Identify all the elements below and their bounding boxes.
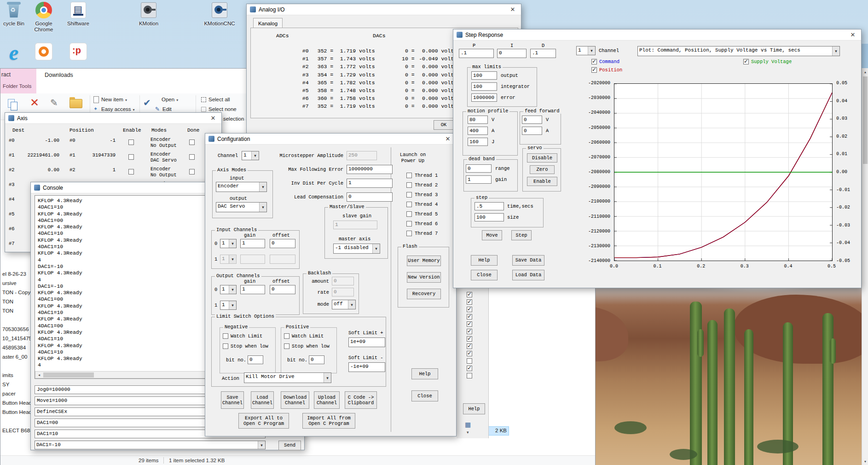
load-data-button[interactable]: Load Data [512, 270, 544, 280]
desktop-scrollbar[interactable]: ▴ ▾ [862, 68, 868, 465]
neg-bit-input[interactable]: 0 [248, 355, 263, 364]
file-name-item[interactable]: SY [2, 382, 31, 391]
file-name-item[interactable]: 705303656 [2, 326, 31, 336]
side-checkbox[interactable] [467, 351, 472, 356]
soft-limit-minus-input[interactable]: -1e+09 [348, 362, 385, 372]
chevron-down-icon[interactable]: ▾ [467, 430, 469, 435]
step-time-input[interactable]: .5 [475, 202, 504, 210]
close-icon[interactable] [205, 113, 221, 123]
thread-checkbox[interactable] [406, 192, 412, 198]
input-ch1-gain[interactable] [240, 255, 265, 264]
scrollbar-thumb[interactable] [863, 76, 868, 164]
lead-comp-input[interactable]: 0 [347, 192, 393, 202]
side-checkbox[interactable] [467, 321, 472, 327]
scrollbar-thumb[interactable] [43, 372, 94, 378]
close-button[interactable]: Close [471, 270, 498, 280]
close-icon[interactable] [845, 29, 861, 40]
help-button[interactable]: Help [471, 255, 498, 266]
ccode-clipboard-button[interactable]: C Code -> Clipboard [345, 391, 377, 409]
thread-checkbox[interactable] [406, 211, 412, 217]
d-input[interactable]: .1 [530, 49, 556, 58]
configuration-title-bar[interactable]: Configuration [205, 134, 456, 145]
side-checkbox[interactable] [467, 358, 472, 364]
channel-combo[interactable]: 1 [242, 151, 259, 160]
close-icon[interactable] [504, 4, 521, 15]
side-checkbox[interactable] [467, 343, 472, 349]
new-item-button[interactable]: New item [101, 97, 127, 102]
file-name-item[interactable] [2, 317, 31, 326]
save-channel-button[interactable]: Save Channel [221, 391, 244, 409]
output-ch0-gain[interactable]: 1 [240, 285, 265, 294]
send-button[interactable]: Send [278, 441, 301, 450]
help-button[interactable]: Help [411, 368, 438, 379]
file-name-item[interactable]: 10_14154756 [2, 336, 31, 345]
supply-voltage-checkbox[interactable] [743, 59, 749, 64]
side-checkbox[interactable] [467, 307, 472, 312]
p-input[interactable]: .1 [459, 49, 494, 58]
contextual-tab-folder-tools[interactable]: Folder Tools [3, 83, 31, 89]
ff-accel-input[interactable]: 0 [522, 127, 542, 135]
open-button[interactable]: Open [162, 97, 178, 102]
kanalog-tab[interactable]: Kanalog [253, 18, 283, 28]
enable-checkbox[interactable] [128, 140, 134, 145]
thread-checkbox[interactable] [406, 231, 412, 236]
db-gain-input[interactable]: 1 [466, 175, 492, 184]
amount-input[interactable]: 0 [332, 277, 354, 285]
input-ch0-offset[interactable]: 0 [270, 239, 295, 248]
channel-combo[interactable]: 1 [576, 46, 596, 55]
enable-button[interactable]: Enable [527, 177, 557, 186]
ok-button[interactable]: OK [434, 120, 454, 130]
desktop-icon-orange-app[interactable] [26, 42, 61, 61]
file-name-item[interactable]: TON - Copy [2, 290, 31, 299]
done-checkbox[interactable] [189, 154, 195, 160]
desktop-icon-kmotion[interactable]: KMotion [131, 1, 166, 27]
done-checkbox[interactable] [189, 140, 195, 145]
stop-when-low-checkbox[interactable] [284, 343, 289, 349]
side-checkbox[interactable] [467, 299, 472, 305]
slave-gain-input[interactable]: 1 [333, 221, 377, 229]
output-ch0-offset[interactable]: 0 [270, 285, 295, 294]
export-all-button[interactable]: Export All to Open C Program [238, 413, 289, 429]
thread-checkbox[interactable] [406, 182, 412, 188]
max-integrator-input[interactable]: 100 [471, 82, 497, 91]
input-ch1-combo[interactable]: 1 [220, 255, 237, 264]
input-ch1-offset[interactable] [270, 255, 295, 264]
import-all-button[interactable]: Import All from Open C Program [302, 413, 355, 429]
side-checkbox[interactable] [467, 329, 472, 334]
file-name-item[interactable]: Button Head [2, 400, 31, 409]
output-ch1-combo[interactable]: 1 [220, 301, 237, 310]
step-size-input[interactable]: 100 [475, 213, 504, 221]
upload-channel-button[interactable]: Upload Channel [314, 391, 340, 409]
move-button[interactable]: Move [482, 230, 502, 240]
flash-button[interactable]: Recovery [407, 289, 441, 299]
side-checkbox[interactable] [467, 336, 472, 342]
output-ch0-combo[interactable]: 1 [220, 285, 237, 294]
side-checkbox[interactable] [467, 373, 472, 378]
stop-when-low-checkbox[interactable] [223, 343, 228, 349]
zero-button[interactable]: Zero [530, 165, 555, 174]
inv-dist-input[interactable]: 1 [347, 179, 393, 188]
command-checkbox[interactable] [591, 59, 597, 64]
max-output-input[interactable]: 100 [471, 71, 497, 80]
flash-button[interactable]: User Memory [407, 256, 441, 266]
thread-checkbox[interactable] [406, 173, 412, 178]
command-input-combo[interactable]: DAC1=-10 [35, 441, 266, 449]
ribbon-tab-extract[interactable]: ract [1, 71, 11, 78]
select-none-button[interactable]: Select none [208, 106, 237, 112]
scroll-down-arrow[interactable]: ▾ [862, 458, 868, 465]
new-folder-icon[interactable] [69, 99, 83, 109]
soft-limit-plus-input[interactable]: 1e+09 [348, 337, 385, 347]
enable-checkbox[interactable] [128, 154, 134, 160]
action-combo[interactable]: Kill Motor Drive [244, 372, 331, 383]
file-name-item[interactable]: 45895384 [2, 345, 31, 354]
microstepper-input[interactable]: 250 [347, 151, 377, 160]
plot-select-combo[interactable]: Plot: Command, Position, Supply Voltage … [637, 46, 840, 56]
help-button[interactable]: Help [463, 403, 485, 414]
max-error-input[interactable]: 1000000 [471, 93, 497, 102]
delete-icon[interactable]: ✕ [30, 96, 39, 109]
mp-accel-input[interactable]: 400 [468, 127, 488, 135]
thread-checkbox[interactable] [406, 221, 412, 227]
save-data-button[interactable]: Save Data [512, 255, 544, 266]
i-input[interactable]: 0 [497, 49, 527, 58]
desktop-icon-p-app[interactable]: :p [61, 42, 96, 61]
